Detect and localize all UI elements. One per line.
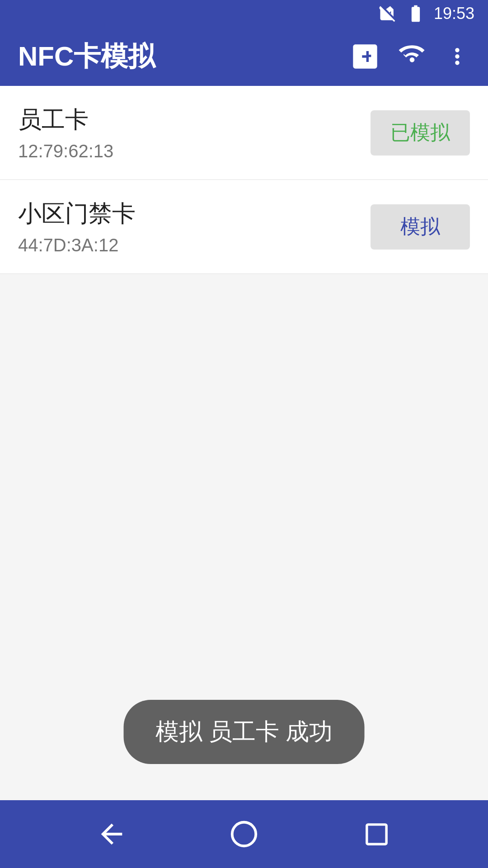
card-info-2: 小区门禁卡 44:7D:3A:12	[18, 198, 136, 255]
simulate-button-2[interactable]: 模拟	[371, 204, 470, 250]
card-info-1: 员工卡 12:79:62:13	[18, 104, 113, 161]
card-name-1: 员工卡	[18, 104, 113, 136]
card-item-1: 员工卡 12:79:62:13 已模拟	[0, 86, 488, 180]
svg-point-0	[232, 822, 256, 846]
recents-button[interactable]	[354, 811, 399, 857]
battery-icon	[406, 4, 426, 24]
toast-message: 模拟 员工卡 成功	[124, 700, 365, 764]
status-icons: 19:53	[378, 4, 474, 24]
app-bar: NFC卡模拟	[0, 27, 488, 86]
nfc-icon[interactable]	[351, 42, 380, 71]
app-title: NFC卡模拟	[18, 38, 155, 75]
card-id-2: 44:7D:3A:12	[18, 235, 136, 255]
simulate-button-1[interactable]: 已模拟	[371, 110, 470, 156]
sim-card-slash-icon	[378, 4, 398, 24]
app-bar-actions	[351, 39, 470, 74]
status-time: 19:53	[434, 4, 474, 23]
back-button[interactable]	[89, 811, 134, 857]
nfc-wireless-icon[interactable]	[398, 39, 427, 74]
more-options-icon[interactable]	[445, 44, 470, 69]
nav-bar	[0, 800, 488, 868]
status-bar: 19:53	[0, 0, 488, 27]
card-name-2: 小区门禁卡	[18, 198, 136, 230]
card-item-2: 小区门禁卡 44:7D:3A:12 模拟	[0, 180, 488, 274]
main-content: 员工卡 12:79:62:13 已模拟 小区门禁卡 44:7D:3A:12 模拟	[0, 86, 488, 681]
svg-rect-1	[367, 824, 386, 844]
card-id-1: 12:79:62:13	[18, 141, 113, 161]
home-button[interactable]	[221, 811, 267, 857]
empty-area	[0, 274, 488, 681]
